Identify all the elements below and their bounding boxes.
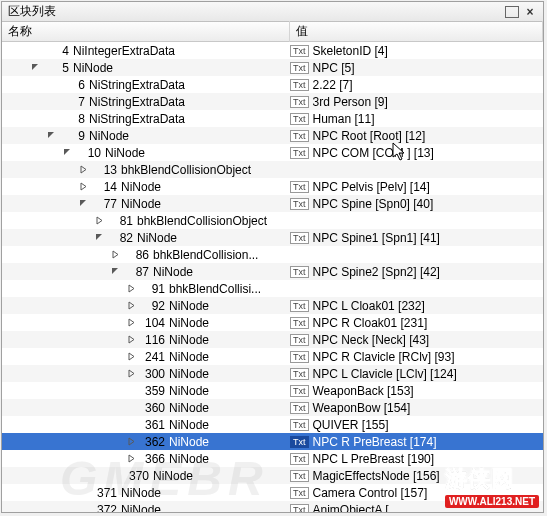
tree-row[interactable]: 8NiStringExtraDataTxtHuman [11] (2, 110, 543, 127)
expand-icon[interactable] (126, 351, 137, 362)
tree-row-value[interactable]: TxtNPC L Clavicle [LClv] [124] (290, 367, 543, 381)
tree-row-name[interactable]: 116NiNode (2, 333, 290, 347)
tree-row-value[interactable]: TxtWeaponBack [153] (290, 384, 543, 398)
tree-row-name[interactable]: 4NiIntegerExtraData (2, 44, 290, 58)
tree-row[interactable]: 5NiNodeTxtNPC [5] (2, 59, 543, 76)
tree-row-value[interactable]: TxtSkeletonID [4] (290, 44, 543, 58)
tree-view[interactable]: 4NiIntegerExtraDataTxtSkeletonID [4]5NiN… (2, 42, 543, 512)
tree-row[interactable]: 87NiNodeTxtNPC Spine2 [Spn2] [42] (2, 263, 543, 280)
tree-row-value[interactable]: TxtMagicEffectsNode [156] (290, 469, 543, 483)
tree-row[interactable]: 366NiNodeTxtNPC L PreBreast [190] (2, 450, 543, 467)
tree-row[interactable]: 360NiNodeTxtWeaponBow [154] (2, 399, 543, 416)
tree-row-value[interactable]: TxtNPC COM [COM ] [13] (290, 146, 543, 160)
tree-row-name[interactable]: 13bhkBlendCollisionObject (2, 163, 290, 177)
close-icon[interactable]: × (523, 5, 537, 19)
restore-icon[interactable] (505, 6, 519, 18)
tree-row-value[interactable]: TxtNPC Root [Root] [12] (290, 129, 543, 143)
tree-row-value[interactable]: TxtNPC Spine2 [Spn2] [42] (290, 265, 543, 279)
expand-icon[interactable] (126, 300, 137, 311)
tree-row-value[interactable]: TxtNPC Pelvis [Pelv] [14] (290, 180, 543, 194)
tree-row[interactable]: 361NiNodeTxtQUIVER [155] (2, 416, 543, 433)
tree-row-name[interactable]: 7NiStringExtraData (2, 95, 290, 109)
expand-icon[interactable] (110, 249, 121, 260)
tree-row-name[interactable]: 362NiNode (2, 435, 290, 449)
tree-row[interactable]: 6NiStringExtraDataTxt2.22 [7] (2, 76, 543, 93)
expand-icon[interactable] (126, 317, 137, 328)
expand-icon[interactable] (126, 334, 137, 345)
tree-row-name[interactable]: 9NiNode (2, 129, 290, 143)
tree-row-value[interactable]: TxtNPC R Cloak01 [231] (290, 316, 543, 330)
tree-row-name[interactable]: 91bhkBlendCollisi... (2, 282, 290, 296)
tree-row-name[interactable]: 86bhkBlendCollision... (2, 248, 290, 262)
tree-row[interactable]: 372NiNodeTxtAnimObjectA [ (2, 501, 543, 512)
tree-row-value[interactable]: TxtNPC Spine [Spn0] [40] (290, 197, 543, 211)
tree-row-value[interactable]: TxtCamera Control [157] (290, 486, 543, 500)
tree-row[interactable]: 13bhkBlendCollisionObject (2, 161, 543, 178)
tree-row-value[interactable]: TxtNPC L PreBreast [190] (290, 452, 543, 466)
tree-row[interactable]: 359NiNodeTxtWeaponBack [153] (2, 382, 543, 399)
expand-icon[interactable] (126, 453, 137, 464)
tree-row[interactable]: 86bhkBlendCollision... (2, 246, 543, 263)
tree-row[interactable]: 371NiNodeTxtCamera Control [157] (2, 484, 543, 501)
tree-row[interactable]: 116NiNodeTxtNPC Neck [Neck] [43] (2, 331, 543, 348)
tree-row[interactable]: 82NiNodeTxtNPC Spine1 [Spn1] [41] (2, 229, 543, 246)
expand-icon[interactable] (78, 181, 89, 192)
tree-row[interactable]: 300NiNodeTxtNPC L Clavicle [LClv] [124] (2, 365, 543, 382)
tree-row-value[interactable]: TxtNPC Neck [Neck] [43] (290, 333, 543, 347)
tree-row[interactable]: 81bhkBlendCollisionObject (2, 212, 543, 229)
tree-row[interactable]: 91bhkBlendCollisi... (2, 280, 543, 297)
tree-row-name[interactable]: 366NiNode (2, 452, 290, 466)
tree-row-name[interactable]: 10NiNode (2, 146, 290, 160)
tree-row[interactable]: 104NiNodeTxtNPC R Cloak01 [231] (2, 314, 543, 331)
tree-row[interactable]: 10NiNodeTxtNPC COM [COM ] [13] (2, 144, 543, 161)
tree-row-name[interactable]: 82NiNode (2, 231, 290, 245)
tree-row-name[interactable]: 361NiNode (2, 418, 290, 432)
tree-row-name[interactable]: 372NiNode (2, 503, 290, 513)
tree-row-value[interactable]: TxtHuman [11] (290, 112, 543, 126)
tree-row-name[interactable]: 6NiStringExtraData (2, 78, 290, 92)
tree-row[interactable]: 370NiNodeTxtMagicEffectsNode [156] (2, 467, 543, 484)
collapse-icon[interactable] (110, 266, 121, 277)
tree-row-name[interactable]: 360NiNode (2, 401, 290, 415)
expand-icon[interactable] (94, 215, 105, 226)
tree-row[interactable]: 241NiNodeTxtNPC R Clavicle [RClv] [93] (2, 348, 543, 365)
column-value-header[interactable]: 值 (290, 21, 543, 42)
tree-row-value[interactable]: TxtNPC Spine1 [Spn1] [41] (290, 231, 543, 245)
tree-row-name[interactable]: 14NiNode (2, 180, 290, 194)
collapse-icon[interactable] (30, 62, 41, 73)
tree-row-name[interactable]: 77NiNode (2, 197, 290, 211)
column-name-header[interactable]: 名称 (2, 21, 290, 42)
tree-row-value[interactable]: TxtNPC R Clavicle [RClv] [93] (290, 350, 543, 364)
tree-row-name[interactable]: 104NiNode (2, 316, 290, 330)
expand-icon[interactable] (78, 164, 89, 175)
collapse-icon[interactable] (46, 130, 57, 141)
tree-row-name[interactable]: 241NiNode (2, 350, 290, 364)
tree-row[interactable]: 7NiStringExtraDataTxt3rd Person [9] (2, 93, 543, 110)
tree-row[interactable]: 92NiNodeTxtNPC L Cloak01 [232] (2, 297, 543, 314)
tree-row[interactable]: 362NiNodeTxtNPC R PreBreast [174] (2, 433, 543, 450)
tree-row-name[interactable]: 371NiNode (2, 486, 290, 500)
tree-row[interactable]: 14NiNodeTxtNPC Pelvis [Pelv] [14] (2, 178, 543, 195)
tree-row-value[interactable]: TxtNPC L Cloak01 [232] (290, 299, 543, 313)
tree-row-value[interactable]: Txt2.22 [7] (290, 78, 543, 92)
collapse-icon[interactable] (94, 232, 105, 243)
tree-row-name[interactable]: 8NiStringExtraData (2, 112, 290, 126)
tree-row[interactable]: 77NiNodeTxtNPC Spine [Spn0] [40] (2, 195, 543, 212)
tree-row-value[interactable]: TxtWeaponBow [154] (290, 401, 543, 415)
collapse-icon[interactable] (78, 198, 89, 209)
tree-row-value[interactable]: TxtNPC R PreBreast [174] (290, 435, 543, 449)
tree-row-name[interactable]: 5NiNode (2, 61, 290, 75)
tree-row-name[interactable]: 81bhkBlendCollisionObject (2, 214, 290, 228)
expand-icon[interactable] (126, 368, 137, 379)
expand-icon[interactable] (126, 436, 137, 447)
tree-row-name[interactable]: 359NiNode (2, 384, 290, 398)
tree-row[interactable]: 9NiNodeTxtNPC Root [Root] [12] (2, 127, 543, 144)
tree-row-name[interactable]: 87NiNode (2, 265, 290, 279)
collapse-icon[interactable] (62, 147, 73, 158)
tree-row-value[interactable]: TxtQUIVER [155] (290, 418, 543, 432)
tree-row-name[interactable]: 370NiNode (2, 469, 290, 483)
tree-row-value[interactable]: TxtAnimObjectA [ (290, 503, 543, 513)
tree-row-value[interactable]: TxtNPC [5] (290, 61, 543, 75)
tree-row-name[interactable]: 92NiNode (2, 299, 290, 313)
tree-row-name[interactable]: 300NiNode (2, 367, 290, 381)
